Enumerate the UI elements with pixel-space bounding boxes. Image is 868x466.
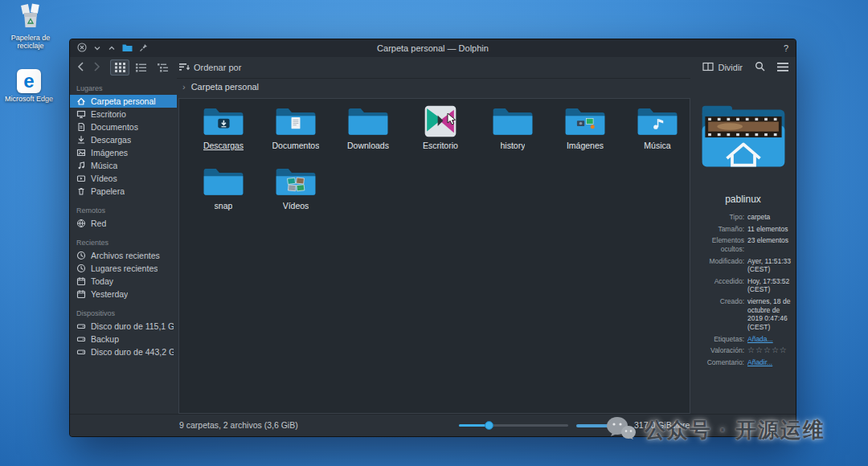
- info-row-comentario: Comentario:Añadir...: [694, 358, 792, 367]
- sidebar-item-lugares-recientes[interactable]: Lugares recientes: [70, 262, 177, 275]
- icons-view-button[interactable]: [110, 59, 129, 76]
- sidebar-item-red[interactable]: Red: [70, 217, 177, 230]
- file-view[interactable]: DescargasDocumentosDownloadsEscritoriohi…: [178, 98, 690, 414]
- info-value: ☆☆☆☆☆: [747, 346, 792, 355]
- sidebar: LugaresCarpeta personalEscritorioDocumen…: [70, 78, 177, 415]
- sidebar-section-title: Dispositivos: [70, 307, 177, 320]
- sidebar-item-label: Imágenes: [91, 148, 128, 157]
- sidebar-section-title: Recientes: [70, 236, 177, 249]
- search-icon[interactable]: [755, 60, 765, 75]
- info-label: Etiquetas:: [694, 335, 744, 344]
- sidebar-item-m-sica[interactable]: Música: [70, 159, 177, 172]
- sidebar-item-backup[interactable]: Backup: [70, 333, 177, 345]
- file-label: Música: [644, 141, 670, 150]
- info-label: Elementos ocultos:: [694, 236, 744, 253]
- sidebar-item-yesterday[interactable]: Yesterday: [70, 288, 177, 300]
- breadcrumb-path[interactable]: Carpeta personal: [191, 82, 259, 92]
- info-row-modificado: Modificado:Ayer, 11:51:33 (CEST): [694, 257, 792, 274]
- sidebar-item-papelera[interactable]: Papelera: [70, 185, 177, 198]
- folder-icon: [563, 104, 607, 138]
- wechat-icon: [604, 415, 637, 445]
- sidebar-item-im-genes[interactable]: Imágenes: [70, 146, 177, 159]
- sidebar-item-label: Papelera: [91, 186, 125, 196]
- info-value[interactable]: Añada...: [747, 335, 792, 344]
- info-row-tama-o: Tamaño:11 elementos: [694, 225, 792, 234]
- file-grid: DescargasDocumentosDownloadsEscritoriohi…: [187, 104, 694, 211]
- breadcrumb[interactable]: › Carpeta personal: [182, 82, 259, 92]
- file-m-sica[interactable]: Música: [621, 104, 694, 150]
- info-row-tipo: Tipo:carpeta: [694, 213, 792, 222]
- sidebar-item-escritorio[interactable]: Escritorio: [70, 108, 177, 121]
- zoom-slider-handle[interactable]: [485, 421, 493, 430]
- sidebar-item-label: Archivos recientes: [91, 251, 160, 260]
- folder-icon: [274, 165, 317, 198]
- drive-icon: [76, 334, 86, 344]
- sidebar-section-title: Remotos: [70, 204, 177, 217]
- video-icon: [76, 174, 86, 183]
- split-button[interactable]: Dividir: [702, 62, 743, 73]
- pin-icon[interactable]: [139, 41, 148, 55]
- file-v-deos[interactable]: Vídeos: [260, 165, 332, 211]
- info-row-valoraci-n: Valoración:☆☆☆☆☆: [694, 346, 792, 355]
- breadcrumb-chevron: ›: [182, 82, 186, 92]
- chevron-down-icon[interactable]: [93, 41, 101, 55]
- calendar-icon: [76, 289, 86, 299]
- calendar-icon: [76, 276, 86, 286]
- titlebar[interactable]: Carpeta personal — Dolphin ?: [70, 39, 796, 57]
- sidebar-item-v-deos[interactable]: Vídeos: [70, 172, 177, 185]
- folder-preview-image: [698, 102, 788, 174]
- sidebar-item-carpeta-personal[interactable]: Carpeta personal: [70, 95, 177, 108]
- info-label: Valoración:: [694, 346, 744, 355]
- close-icon[interactable]: [77, 41, 87, 55]
- details-view-button[interactable]: [154, 59, 173, 76]
- sidebar-item-documentos[interactable]: Documentos: [70, 121, 177, 133]
- file-descargas[interactable]: Descargas: [187, 104, 260, 150]
- sidebar-item-label: Carpeta personal: [91, 96, 156, 106]
- file-label: history: [501, 141, 526, 150]
- file-documentos[interactable]: Documentos: [260, 104, 332, 150]
- folder-icon: [636, 104, 679, 138]
- status-summary: 9 carpetas, 2 archivos (3,6 GiB): [179, 420, 298, 430]
- sidebar-item-label: Today: [91, 276, 113, 286]
- watermark-text: 公众号 · 开源运维: [645, 416, 825, 444]
- hamburger-menu-icon[interactable]: [777, 60, 788, 75]
- info-value: 23 elementos: [747, 236, 792, 253]
- file-label: Escritorio: [423, 141, 458, 150]
- desktop: Papelera de reciclaje e Microsoft Edge: [0, 0, 868, 466]
- info-value: Ayer, 11:51:33 (CEST): [747, 257, 792, 274]
- folder-icon: [491, 104, 534, 138]
- desktop-icon-microsoft-edge[interactable]: e Microsoft Edge: [3, 69, 55, 103]
- sidebar-item-disco-duro-de-115-1-gib[interactable]: Disco duro de 115,1 GiB: [70, 320, 177, 333]
- chevron-up-icon[interactable]: [108, 41, 116, 55]
- forward-button[interactable]: [93, 60, 100, 75]
- file-label: Imágenes: [567, 141, 604, 150]
- watermark: 公众号 · 开源运维: [604, 415, 825, 445]
- help-button[interactable]: ?: [784, 43, 788, 53]
- zoom-slider[interactable]: [459, 424, 568, 427]
- info-label: Modificado:: [694, 257, 744, 274]
- file-escritorio[interactable]: Escritorio: [404, 104, 477, 150]
- sidebar-item-label: Vídeos: [91, 174, 117, 183]
- desktop-icon-recycle-bin[interactable]: Papelera de reciclaje: [5, 3, 56, 51]
- file-label: Downloads: [347, 141, 389, 150]
- file-snap[interactable]: snap: [187, 165, 260, 211]
- window-title: Carpeta personal — Dolphin: [70, 43, 796, 53]
- file-downloads[interactable]: Downloads: [332, 104, 404, 150]
- sort-by-label: Ordenar por: [194, 63, 241, 72]
- sidebar-item-today[interactable]: Today: [70, 275, 177, 288]
- drive-icon: [76, 321, 86, 331]
- sort-by-button[interactable]: Ordenar por: [179, 63, 241, 73]
- back-button[interactable]: [77, 60, 84, 75]
- sidebar-item-archivos-recientes[interactable]: Archivos recientes: [70, 249, 177, 262]
- file-im-genes[interactable]: Imágenes: [549, 104, 621, 150]
- sidebar-item-disco-duro-de-443-2-gib[interactable]: Disco duro de 443,2 GiB: [70, 345, 177, 358]
- file-history[interactable]: history: [477, 104, 549, 150]
- compact-view-button[interactable]: [132, 59, 151, 76]
- split-label: Dividir: [718, 63, 743, 72]
- info-value[interactable]: Añadir...: [747, 358, 792, 367]
- sidebar-item-descargas[interactable]: Descargas: [70, 133, 177, 146]
- selected-item-name: pablinux: [725, 194, 761, 205]
- info-label: Creado:: [694, 297, 744, 332]
- sort-icon: [179, 63, 190, 73]
- image-icon: [76, 148, 86, 157]
